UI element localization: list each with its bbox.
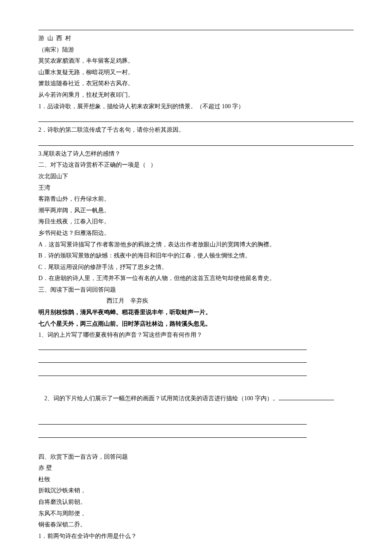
poem4-line4: 铜雀春深锁二乔。 (38, 519, 354, 531)
poem2-author: 王湾 (38, 182, 354, 194)
poem3-title: 西江月 辛弃疾 (38, 295, 354, 307)
poem3-line2: 七八个星天外，两三点雨山前。旧时茅店社林边，路转溪头忽见。 (38, 318, 354, 330)
s4-intro: 四、欣赏下面一首古诗，回答问题 (38, 451, 354, 463)
s1-q2: 2．诗歌的第二联流传成了千古名句，请你分析其原因。 (38, 124, 354, 136)
poem1-title: 游 山 西 村 (38, 33, 354, 44)
s3-q2-text: 2、词的下片给人们展示了一幅怎样的画面？试用简洁优美的语言进行描绘（100 字内… (44, 395, 279, 402)
poem2-line1: 客路青山外，行舟绿水前。 (38, 194, 354, 205)
s4-a1: 答: (38, 542, 354, 555)
answer-blank[interactable] (279, 395, 334, 400)
answer-blank[interactable] (38, 419, 307, 425)
poem1-line2: 山重水复疑无路，柳暗花明又一村。 (38, 67, 354, 78)
answer-blank[interactable] (38, 344, 307, 350)
poem2-line2: 潮平两岸阔，风正一帆悬。 (38, 205, 354, 217)
spacer (38, 444, 354, 451)
s4-q1: 1．前两句诗在全诗中的作用是什么？ (38, 531, 354, 542)
poem2-title: 次北固山下 (38, 171, 354, 182)
top-divider (38, 30, 354, 30)
s3-q1: 1、词的上片写了哪些夏夜特有的声音？写这些声音有何作用？ (38, 330, 354, 341)
page: 游 山 西 村 （南宋）陆游 莫笑农家腊酒浑，丰年留客足鸡豚。 山重水复疑无路，… (0, 30, 392, 555)
poem1-line1: 莫笑农家腊酒浑，丰年留客足鸡豚。 (38, 55, 354, 67)
s2-option-a[interactable]: A．这首写景诗描写了作者客游他乡的羁旅之情，表达出作者放眼山川的宽阔博大的胸襟。 (38, 239, 354, 251)
poem4-title: 赤 壁 (38, 462, 354, 474)
answer-blank[interactable] (38, 114, 354, 122)
poem2-line3: 海日生残夜，江春入旧年。 (38, 216, 354, 228)
poem3-line1: 明月别枝惊鹊，清风半夜鸣蝉。稻花香里说丰年，听取蛙声一片。 (38, 307, 354, 318)
poem4-line3: 东风不与周郎便， (38, 508, 354, 520)
poem4-line1: 折戟沉沙铁未销， (38, 485, 354, 497)
poem4-line2: 自将磨洗认前朝。 (38, 497, 354, 508)
s2-option-d[interactable]: D．在唐朝的诗人里，王湾并不算一位有名的人物，但他的这首五言绝句却使他留名青史。 (38, 273, 354, 284)
answer-blank[interactable] (38, 432, 307, 438)
poem4-author: 杜牧 (38, 474, 354, 486)
s3-q2: 2、词的下片给人们展示了一幅怎样的画面？试用简洁优美的语言进行描绘（100 字内… (38, 382, 354, 416)
poem1-line3: 箫鼓追随春社近，衣冠简朴古风存。 (38, 78, 354, 90)
poem1-line4: 从今若许闲乘月，拄杖无时夜叩门。 (38, 90, 354, 101)
s1-q1: 1．品读诗歌，展开想象，描绘诗人初来农家时见到的情景。（不超过 100 字） (38, 101, 354, 113)
s1-q3: 3.尾联表达了诗人怎样的感情？ (38, 148, 354, 160)
s2-option-b[interactable]: B．诗的颈联写景致的缺憾：残夜中的海日和旧年中的江春，使人顿生惆怅之情。 (38, 250, 354, 262)
s2-intro: 二、对下边这首诗赏析不正确的一项是（ ） (38, 159, 354, 171)
answer-blank[interactable] (38, 138, 354, 146)
answer-blank[interactable] (38, 370, 307, 376)
s3-intro: 三、阅读下面一首词回答问题 (38, 284, 354, 296)
s2-option-c[interactable]: C．尾联运用设问的修辞手法，抒写了思乡之情。 (38, 262, 354, 273)
poem2-line4: 乡书何处达？归雁洛阳边。 (38, 228, 354, 239)
poem1-author: （南宋）陆游 (38, 44, 354, 56)
answer-blank[interactable] (38, 357, 307, 363)
